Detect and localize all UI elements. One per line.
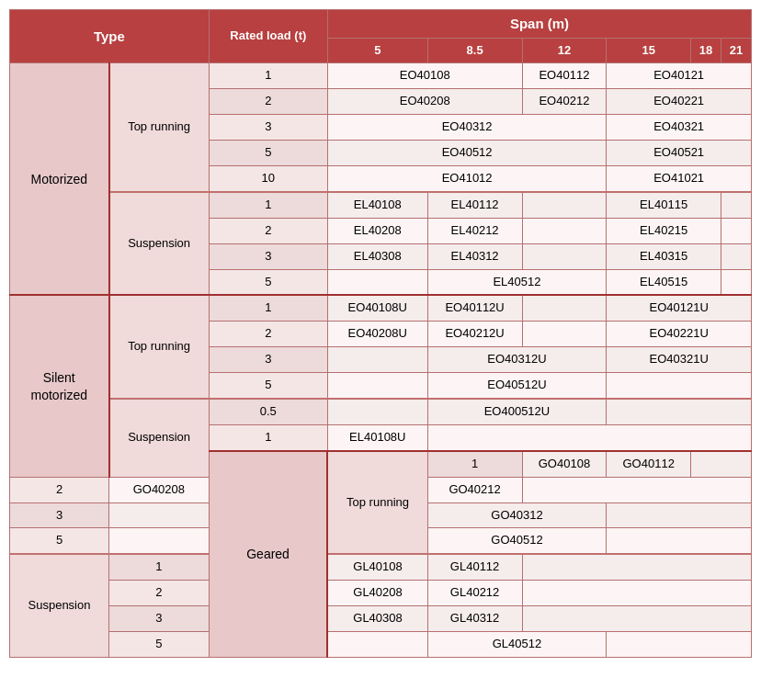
data-cell: EL40108U (327, 424, 427, 450)
load-cell: 2 (209, 89, 327, 115)
data-cell: EL40308 (327, 243, 427, 269)
data-cell: EO40121U (607, 295, 752, 321)
subtype-top-running-3: Top running (327, 451, 427, 555)
data-cell (327, 347, 427, 373)
data-cell: EO40208U (327, 322, 427, 347)
type-header: Type (10, 10, 210, 63)
data-cell (721, 269, 751, 295)
load-cell: 10 (209, 165, 327, 191)
load-cell: 5 (109, 631, 210, 657)
load-cell: 3 (10, 502, 109, 528)
load-cell: 5 (209, 373, 327, 399)
data-cell: EO40521 (607, 141, 752, 166)
table-row: Suspension 1 EL40108 EL40112 EL40115 (10, 192, 752, 218)
rated-load-header: Rated load (t) (209, 10, 327, 63)
data-cell: EO400512U (427, 399, 607, 424)
data-cell: EO40108 (327, 63, 522, 89)
data-cell (721, 218, 751, 243)
data-cell: GL40308 (327, 606, 427, 632)
data-cell (607, 528, 752, 554)
data-cell: EO40208 (327, 89, 522, 115)
data-cell: GO40512 (427, 528, 607, 554)
span-header: Span (m) (327, 10, 751, 39)
span-21: 21 (721, 38, 751, 63)
table-row: Motorized Top running 1 EO40108 EO40112 … (10, 63, 752, 89)
data-cell (522, 554, 751, 580)
data-cell (522, 581, 751, 606)
load-cell: 1 (109, 554, 210, 580)
table-row: 2 GL40208 GL40212 (10, 581, 752, 606)
data-cell: EO40121 (607, 63, 752, 89)
load-cell: 1 (427, 451, 522, 477)
data-cell: GL40208 (327, 581, 427, 606)
load-cell: 5 (209, 141, 327, 166)
data-cell (691, 451, 752, 477)
load-cell: 1 (209, 63, 327, 89)
data-cell: EL40512 (427, 269, 607, 295)
data-cell: GL40108 (327, 554, 427, 580)
data-cell (327, 399, 427, 424)
data-cell: GO40108 (522, 451, 607, 477)
load-cell: 2 (10, 477, 109, 502)
data-cell (522, 192, 607, 218)
load-cell: 2 (109, 581, 210, 606)
load-cell: 5 (209, 269, 327, 295)
data-cell: EO40512U (427, 373, 607, 399)
data-cell: EL40212 (427, 218, 522, 243)
table-row: Silentmotorized Top running 1 EO40108U E… (10, 295, 752, 321)
data-cell (522, 322, 607, 347)
data-cell: EO41021 (607, 165, 752, 191)
data-cell: EO40321 (607, 115, 752, 141)
data-cell: EL40108 (327, 192, 427, 218)
data-cell (109, 502, 210, 528)
load-cell: 1 (209, 424, 327, 450)
data-cell (327, 269, 427, 295)
header-row-1: Type Rated load (t) Span (m) (10, 10, 752, 39)
data-cell: EL40315 (607, 243, 721, 269)
data-cell: GL40112 (427, 554, 522, 580)
data-cell: GL40312 (427, 606, 522, 632)
table-row: 5 GL40512 (10, 631, 752, 657)
type-geared: Geared (209, 451, 327, 658)
data-cell: EO40221 (607, 89, 752, 115)
subtype-suspension-3: Suspension (10, 554, 109, 657)
load-cell: 2 (209, 218, 327, 243)
data-cell: EL40115 (607, 192, 721, 218)
table-row: Suspension 0.5 EO400512U (10, 399, 752, 424)
load-cell: 2 (209, 322, 327, 347)
span-15: 15 (607, 38, 691, 63)
span-8.5: 8.5 (427, 38, 522, 63)
data-cell: GL40512 (427, 631, 607, 657)
data-cell (607, 631, 752, 657)
data-cell (522, 295, 607, 321)
span-18: 18 (691, 38, 721, 63)
data-cell: GL40212 (427, 581, 522, 606)
subtype-top-running-2: Top running (109, 295, 210, 399)
data-cell (109, 528, 210, 554)
data-cell (721, 192, 751, 218)
subtype-suspension-2: Suspension (109, 399, 210, 477)
data-cell: GO40212 (427, 477, 522, 502)
table-row: Suspension 1 GL40108 GL40112 (10, 554, 752, 580)
subtype-top-running-1: Top running (109, 63, 210, 192)
data-cell: EL40312 (427, 243, 522, 269)
main-table-container: Type Rated load (t) Span (m) 5 8.5 12 15… (9, 9, 752, 658)
load-cell: 3 (209, 243, 327, 269)
data-cell: GO40312 (427, 502, 607, 528)
data-cell: EO40212U (427, 322, 522, 347)
data-cell: EO40112U (427, 295, 522, 321)
data-cell (327, 373, 427, 399)
product-table: Type Rated load (t) Span (m) 5 8.5 12 15… (9, 9, 752, 658)
span-5: 5 (327, 38, 427, 63)
type-silent-motorized: Silentmotorized (10, 295, 109, 477)
load-cell: 5 (10, 528, 109, 554)
data-cell: EL40215 (607, 218, 721, 243)
data-cell: EO41012 (327, 165, 606, 191)
load-cell: 1 (209, 192, 327, 218)
table-row: 3 GL40308 GL40312 (10, 606, 752, 632)
load-cell: 3 (209, 115, 327, 141)
data-cell (427, 424, 751, 450)
data-cell: GO40208 (109, 477, 210, 502)
data-cell: EO40312U (427, 347, 607, 373)
data-cell: EO40312 (327, 115, 606, 141)
